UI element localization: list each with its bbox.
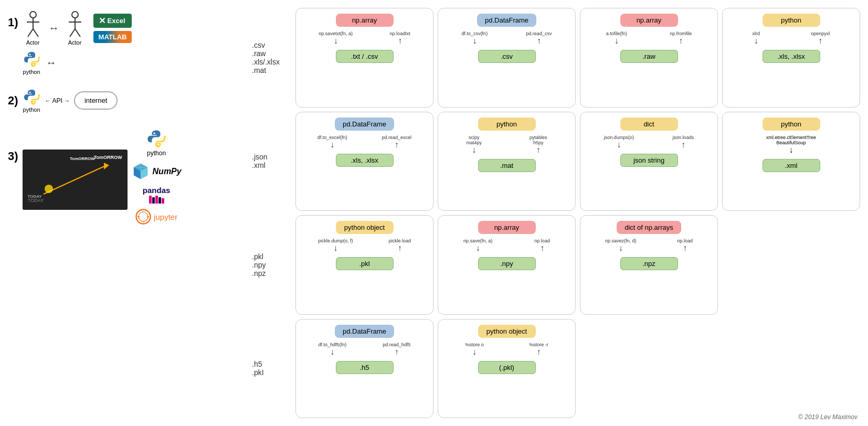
thumbnail: TODAY TomORROW TODAY TomORROW xyxy=(23,150,128,210)
cell-r2c2-right-label1: pytables xyxy=(530,135,547,140)
cell-r2c4-top: python xyxy=(763,118,820,131)
cell-r2c2-left-label2: mat4py xyxy=(466,140,482,145)
cell-r4c1-bottom: .h5 xyxy=(336,361,394,374)
svg-marker-11 xyxy=(104,163,109,169)
h-arrow-2: ↔ xyxy=(46,57,57,69)
row3-labels: .pkl .npy .npz xyxy=(249,215,291,315)
cell-r2c1-top: pd.DataFrame xyxy=(335,118,394,131)
actor2-label: Actor xyxy=(68,39,82,46)
cell-r3c3-bottom: .npz xyxy=(620,257,678,270)
cell-r2c4-label2: BeautifulSoup xyxy=(776,140,806,145)
cell-r2c1: pd.DataFrame df.to_excel(fn) ↓ pd.read_e… xyxy=(295,112,433,211)
cell-r3c1: python object pickle.dump(o, f) ↓ pickle… xyxy=(295,215,433,315)
cell-r4c2-right-label: %store -r xyxy=(529,342,548,347)
cell-r2c1-right-label: pd.read_excel xyxy=(382,135,412,140)
numpy-logo: NumPy xyxy=(132,162,182,180)
python-icon-s2 xyxy=(23,88,41,106)
cell-r2c2-bottom: .mat xyxy=(478,159,536,172)
cell-r1c3-left-label: a.tofile(fn) xyxy=(606,31,627,36)
section-1: 1) Actor xyxy=(8,10,244,75)
cell-r3c2-right-label: np.load xyxy=(534,238,550,243)
file-label-h5: .h5 xyxy=(252,360,289,368)
cell-r1c3-top: np.array xyxy=(620,14,678,27)
cell-r3c3: dict of np.arrays np.savez(fn, d) ↓ np.l… xyxy=(580,215,718,315)
cell-r1c4-bottom: .xls, .xlsx xyxy=(763,50,820,63)
cell-r1c4-top: python xyxy=(763,14,820,27)
actor1-label: Actor xyxy=(26,39,40,46)
excel-logo: ✕ Excel xyxy=(93,14,132,28)
section-3-number: 3) xyxy=(8,150,18,163)
cell-r1c1-right-label: np.loadtxt xyxy=(390,31,410,36)
cell-r3c3-right-label: np.load xyxy=(677,238,693,243)
cell-r2c1-bottom: .xls, .xlsx xyxy=(336,154,394,167)
cell-r4c2: python object %store o ↓ %store -r ↑ (.p… xyxy=(438,319,576,419)
thumbnail-arrow: TODAY TomORROW xyxy=(23,150,128,210)
cell-r1c4: python xlrd ↓ openpyxl ↑ .xls, .xlsx xyxy=(722,8,860,108)
cell-r1c3-bottom: .raw xyxy=(620,50,678,63)
cell-r2c2-right-label2: h5py xyxy=(533,140,544,145)
svg-line-4 xyxy=(33,29,38,37)
cell-r3c3-top: dict of np.arrays xyxy=(617,221,681,234)
file-label-json: .json xyxy=(252,153,289,161)
cell-r2c3-left-label: json.dumps(o) xyxy=(604,135,634,140)
file-label-csv: .csv xyxy=(252,41,289,49)
cell-r3c1-right-label: pickle.load xyxy=(388,238,411,243)
cell-r2c4-label1: xml.etree.cElementTree xyxy=(766,135,816,140)
section-1-number: 1) xyxy=(8,16,18,29)
svg-point-22 xyxy=(139,212,148,221)
file-label-xml: .xml xyxy=(252,161,289,169)
pandas-logo: pandas xyxy=(132,186,182,204)
cell-r3c1-top: python object xyxy=(336,221,394,234)
file-label-raw: .raw xyxy=(252,49,289,58)
cell-r2c4-bottom: .xml xyxy=(763,159,820,172)
python-label-s2: python xyxy=(23,106,40,113)
file-label-pkl2: .pkI xyxy=(252,368,289,377)
cell-r4c2-top: python object xyxy=(478,325,536,338)
cell-r2c2: python scipy mat4py ↓ pytables h5py ↑ .m… xyxy=(438,112,576,211)
cell-r2c4: python xml.etree.cElementTree BeautifulS… xyxy=(722,112,860,211)
cell-r1c4-left-label: xlrd xyxy=(753,31,760,36)
cell-r1c1-left-label: np.savetxt(fn, a) xyxy=(319,31,353,36)
logo-stack-s3: python NumPy pandas xyxy=(132,129,182,225)
actor1-figure xyxy=(23,10,44,39)
section-3: 3) TODAY TomORROW TODAY TomORROW xyxy=(8,129,244,225)
cell-r1c3-right-label: np.fromfile xyxy=(670,31,692,36)
cell-r1c2-left-label: df.to_csv(fn) xyxy=(462,31,488,36)
row2-labels: .json .xml xyxy=(249,112,291,211)
svg-point-0 xyxy=(30,12,36,18)
cell-r1c3: np.array a.tofile(fn) ↓ np.fromfile ↑ .r… xyxy=(580,8,718,108)
cloud-shape: internet xyxy=(74,91,118,110)
page-container: 1) Actor xyxy=(0,0,868,426)
left-panel: 1) Actor xyxy=(5,5,247,421)
file-label-mat: .mat xyxy=(252,66,289,74)
cell-r2c2-top: python xyxy=(478,118,536,131)
jupyter-icon xyxy=(135,209,151,225)
svg-point-23 xyxy=(137,216,140,218)
python-icon-s3 xyxy=(146,129,167,150)
jupyter-label: jupyter xyxy=(154,212,177,221)
api-label: API xyxy=(52,97,62,104)
svg-text:TomORROW: TomORROW xyxy=(70,156,95,161)
cell-r4c2-left-label: %store o xyxy=(465,342,484,347)
cell-r1c1: np.array np.savetxt(fn, a) ↓ np.loadtxt … xyxy=(295,8,433,108)
python-icon-s1 xyxy=(23,50,41,69)
svg-line-9 xyxy=(75,29,80,37)
jupyter-logo: jupyter xyxy=(132,209,182,225)
svg-line-8 xyxy=(70,29,75,37)
cell-r2c3-top: dict xyxy=(620,118,678,131)
cell-r4c1-top: pd.DataFrame xyxy=(335,325,394,338)
cell-r3c2-bottom: .npy xyxy=(478,257,536,270)
cell-r1c2-right-label: pd.read_csv xyxy=(526,31,552,36)
section-2: 2) python ← API → internet xyxy=(8,88,244,113)
svg-point-24 xyxy=(147,216,149,218)
section-2-number: 2) xyxy=(8,94,18,108)
cell-r1c2-top: pd.DataFrame xyxy=(477,14,536,27)
file-label-xls: .xls/.xlsx xyxy=(252,58,289,66)
actor2-figure xyxy=(65,10,86,39)
cell-r2c3-right-label: json.loads xyxy=(673,135,694,140)
svg-point-5 xyxy=(72,12,78,18)
svg-text:TODAY: TODAY xyxy=(28,198,44,203)
file-label-npy: .npy xyxy=(252,261,289,269)
cell-r1c1-bottom: .txt / .csv xyxy=(336,50,394,63)
row1-labels: .csv .raw .xls/.xlsx .mat xyxy=(249,8,291,108)
